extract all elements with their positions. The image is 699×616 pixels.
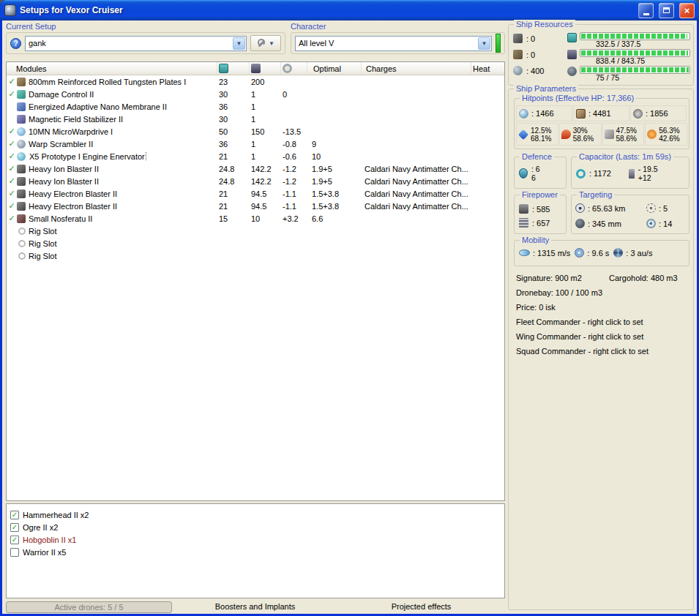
drone-checkbox[interactable]: ✓: [10, 536, 19, 544]
module-active-check-icon: ✓: [7, 214, 17, 223]
ship-resources-panel: Ship Resources : 0 : 0 : 400: [508, 24, 694, 86]
drone-item[interactable]: ✓Hammerhead II x2: [10, 508, 501, 521]
calibration-stat: : 400: [513, 64, 564, 77]
column-header-powergrid[interactable]: [250, 62, 281, 75]
drones-panel: ✓Hammerhead II x2✓Ogre II x2✓Hobgoblin I…: [6, 503, 505, 598]
module-row[interactable]: ✓10MN MicroWarpdrive I50150-13.5: [7, 125, 504, 138]
help-icon[interactable]: ?: [10, 38, 21, 49]
module-active-check-icon: ✓: [7, 164, 17, 173]
module-powergrid: 142.2: [250, 165, 281, 173]
module-optimal: 1.9+5: [307, 165, 362, 173]
structure-hp-value: : 1856: [646, 109, 668, 118]
signature-value: Signature: 900 m2: [516, 271, 607, 285]
module-row[interactable]: ✓Damage Control II3010: [7, 88, 504, 100]
setup-combobox[interactable]: gank ▼: [25, 36, 247, 51]
module-row[interactable]: Rig Slot: [7, 225, 504, 237]
ship-info: Signature: 900 m2 Cargohold: 480 m3 Dron…: [516, 271, 689, 358]
max-velocity-stat: : 1315 m/s: [519, 249, 570, 258]
hitpoints-label: Hitpoints (Effective HP: 17,366): [520, 94, 636, 103]
maximize-button[interactable]: [659, 3, 674, 18]
drone-item[interactable]: ✓Ogre II x2: [10, 521, 501, 533]
tab-active-drones[interactable]: Active drones: 5 / 5: [6, 601, 172, 613]
defence-panel: Defence : 6 6: [514, 157, 567, 189]
module-name: Warp Scrambler II: [29, 140, 217, 149]
module-row[interactable]: ✓Heavy Electron Blaster II2194.5-1.11.5+…: [7, 187, 504, 200]
module-active-check-icon: ✓: [7, 176, 17, 186]
module-active-check-icon: ✓: [7, 127, 17, 136]
module-cpu: 21: [217, 152, 250, 161]
tab-projected-effects[interactable]: Projected effects: [338, 601, 504, 613]
module-cpu: 30: [217, 115, 250, 124]
module-powergrid: 150: [250, 127, 281, 136]
module-powergrid: 1: [250, 102, 281, 111]
app-icon: [4, 4, 16, 16]
defence-icon: [519, 168, 528, 179]
thermal-resist-icon: [561, 129, 571, 139]
module-optimal: 1.5+3.8: [307, 189, 362, 198]
module-row[interactable]: Rig Slot: [7, 249, 504, 262]
warp-speed-value: : 3 au/s: [626, 249, 652, 258]
launcher-hardpoints-stat: : 0: [513, 48, 564, 61]
module-cpu: 15: [217, 214, 250, 223]
structure-hp-stat: : 1856: [630, 105, 687, 121]
max-velocity-value: : 1315 m/s: [533, 249, 570, 258]
module-row[interactable]: ✓Heavy Ion Blaster II24.8142.2-1.21.9+5C…: [7, 162, 504, 175]
targeting-panel: Targeting : 65.63 km : 5 : 345 mm: [571, 195, 689, 234]
column-header-modules[interactable]: Modules: [7, 62, 217, 75]
column-header-optimal[interactable]: Optimal: [307, 62, 362, 75]
module-row[interactable]: Magnetic Field Stabilizer II301: [7, 113, 504, 125]
module-charges: Caldari Navy Antimatter Ch...: [362, 177, 471, 186]
module-row[interactable]: ✓Heavy Ion Blaster II24.8142.2-1.21.9+5C…: [7, 175, 504, 187]
module-powergrid: 94.5: [250, 189, 281, 198]
module-cpu: 36: [217, 140, 250, 149]
drone-checkbox[interactable]: [10, 548, 19, 557]
shield-hp-stat: : 1466: [516, 105, 572, 121]
column-header-charges[interactable]: Charges: [362, 62, 471, 75]
turret-hardpoint-icon: [513, 34, 523, 43]
cpu-usage-value: 332.5 / 337.5: [580, 40, 690, 48]
capacitor-panel: Capacitor (Lasts: 1m 59s) : 1172 - 19.5 …: [571, 157, 689, 189]
module-row[interactable]: ✓Small Nosferatu II1510+3.26.6: [7, 212, 504, 225]
firepower-panel: Firepower : 585 : 657: [514, 195, 567, 234]
tab-boosters-implants[interactable]: Boosters and Implants: [172, 601, 338, 613]
module-row[interactable]: ✓Heavy Electron Blaster II2194.5-1.11.5+…: [7, 200, 504, 212]
drone-checkbox[interactable]: ✓: [10, 511, 19, 519]
titlebar[interactable]: Setups for Vexor Cruiser ×: [0, 0, 699, 20]
thermal-armor-resist: 58.6%: [573, 135, 594, 143]
dps-icon: [519, 204, 528, 214]
powergrid-icon: [567, 50, 577, 59]
column-header-capacitor[interactable]: [281, 62, 307, 75]
blaster-icon: [17, 202, 26, 211]
mobility-label: Mobility: [520, 236, 551, 245]
module-name: 10MN MicroWarpdrive I: [29, 127, 217, 136]
drone-checkbox[interactable]: ✓: [10, 523, 19, 532]
hardpoint-stats: : 0 : 0 : 400: [513, 32, 564, 83]
armor-hp-stat: : 4481: [573, 105, 629, 121]
module-name: Heavy Ion Blaster II: [29, 177, 217, 186]
drone-item[interactable]: Warrior II x5: [10, 546, 501, 558]
character-combobox[interactable]: All level V ▼: [295, 36, 492, 51]
column-header-heat[interactable]: Heat: [471, 62, 504, 75]
module-row[interactable]: Rig Slot: [7, 237, 504, 249]
align-time-stat: : 9.6 s: [575, 248, 609, 258]
chevron-down-icon[interactable]: ▼: [478, 37, 490, 50]
drone-item[interactable]: ✓Hobgoblin II x1: [10, 533, 501, 546]
column-header-cpu[interactable]: [217, 62, 250, 75]
module-rows: ✓800mm Reinforced Rolled Tungsten Plates…: [7, 75, 504, 262]
drone-bandwidth-value: 75 / 75: [580, 74, 690, 82]
fleet-commander-slot[interactable]: Fleet Commander - right click to set: [516, 315, 689, 329]
module-row[interactable]: ✓X5 Prototype I Engine Enervator211-0.61…: [7, 150, 504, 162]
module-row[interactable]: ✓800mm Reinforced Rolled Tungsten Plates…: [7, 75, 504, 88]
module-row[interactable]: Energized Adaptive Nano Membrane II361: [7, 100, 504, 113]
minimize-button[interactable]: [638, 3, 654, 18]
blaster-icon: [17, 189, 26, 198]
wing-commander-slot[interactable]: Wing Commander - right click to set: [516, 329, 689, 344]
close-button[interactable]: ×: [679, 3, 695, 18]
chevron-down-icon[interactable]: ▼: [233, 37, 245, 50]
module-active-check-icon: ✓: [7, 89, 17, 99]
mwd-icon: [17, 127, 26, 136]
module-cpu: 21: [217, 202, 250, 211]
setup-tools-button[interactable]: ▼: [250, 35, 281, 51]
module-row[interactable]: ✓Warp Scrambler II361-0.89: [7, 138, 504, 150]
squad-commander-slot[interactable]: Squad Commander - right click to set: [516, 344, 689, 358]
